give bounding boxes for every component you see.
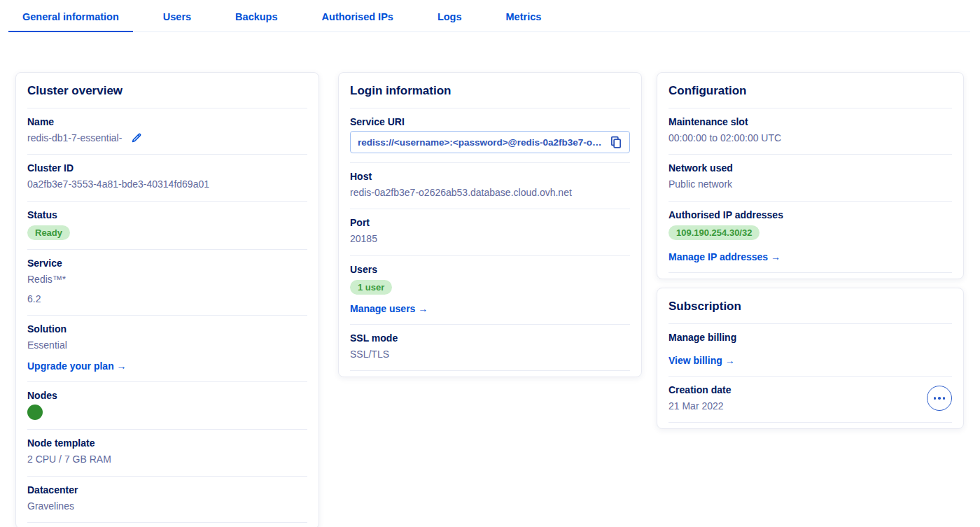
field-nodes: Nodes (27, 382, 307, 430)
field-authorised-ips: Authorised IP addresses 109.190.254.30/3… (668, 202, 952, 273)
name-label: Name (27, 116, 307, 127)
maintenance-slot-value: 00:00:00 to 02:00:00 UTC (668, 131, 952, 145)
right-column: Configuration Maintenance slot 00:00:00 … (657, 72, 964, 429)
cluster-overview-title: Cluster overview (27, 73, 307, 108)
field-port: Port 20185 (350, 209, 630, 255)
service-uri-copy-field[interactable]: rediss://<username>:<password>@redis-0a2… (350, 131, 630, 153)
copy-icon[interactable] (610, 136, 622, 148)
field-name: Name redis-db1-7-essential- (27, 108, 307, 155)
field-service-uri: Service URI rediss://<username>:<passwor… (350, 108, 630, 163)
manage-users-link[interactable]: Manage users → (350, 303, 428, 314)
field-ssl-mode: SSL mode SSL/TLS (350, 325, 630, 371)
solution-value: Essential (27, 338, 307, 352)
card-login-information: Login information Service URI rediss://<… (338, 72, 642, 377)
field-users: Users 1 user Manage users → (350, 256, 630, 325)
service-uri-label: Service URI (350, 116, 630, 127)
subscription-title: Subscription (668, 288, 952, 324)
tab-general-information[interactable]: General information (8, 4, 133, 32)
field-host: Host redis-0a2fb3e7-o2626ab53.database.c… (350, 163, 630, 209)
tab-authorised-ips[interactable]: Authorised IPs (308, 4, 407, 32)
tab-backups[interactable]: Backups (221, 4, 291, 32)
authorised-ips-label: Authorised IP addresses (668, 209, 952, 220)
host-value: redis-0a2fb3e7-o2626ab53.database.cloud.… (350, 185, 630, 199)
login-information-title: Login information (350, 73, 630, 108)
service-label: Service (27, 258, 307, 269)
field-service: Service Redis™* 6.2 (27, 250, 307, 316)
manage-billing-label: Manage billing (668, 332, 952, 343)
status-badge: Ready (27, 225, 70, 240)
field-creation-date: Creation date 21 Mar 2022 (668, 377, 952, 423)
host-label: Host (350, 171, 630, 182)
more-options-button[interactable] (927, 386, 952, 411)
configuration-title: Configuration (668, 73, 952, 108)
node-template-label: Node template (27, 437, 307, 449)
port-value: 20185 (350, 232, 630, 246)
field-network-used: Network used Public network (668, 155, 952, 201)
upgrade-plan-link[interactable]: Upgrade your plan → (27, 360, 127, 372)
tab-users[interactable]: Users (149, 4, 205, 32)
users-count-badge: 1 user (350, 280, 392, 295)
field-status: Status Ready (27, 202, 307, 250)
creation-date-value: 21 Mar 2022 (668, 399, 731, 413)
field-node-template: Node template 2 CPU / 7 GB RAM (27, 430, 307, 476)
tab-bar: General information Users Backups Author… (8, 0, 970, 32)
node-status-dot-icon (27, 405, 43, 420)
card-subscription: Subscription Manage billing View billing… (657, 288, 964, 429)
ssl-mode-value: SSL/TLS (350, 347, 630, 361)
view-billing-link[interactable]: View billing → (668, 355, 735, 366)
network-used-label: Network used (668, 162, 952, 174)
name-value: redis-db1-7-essential- (27, 131, 122, 145)
service-uri-value: rediss://<username>:<password>@redis-0a2… (358, 137, 603, 148)
field-solution: Solution Essential Upgrade your plan → (27, 316, 307, 382)
field-cluster-id: Cluster ID 0a2fb3e7-3553-4a81-bde3-40314… (27, 155, 307, 201)
service-value: Redis™* (27, 272, 307, 286)
node-template-value: 2 CPU / 7 GB RAM (27, 452, 307, 466)
maintenance-slot-label: Maintenance slot (668, 116, 952, 127)
field-manage-billing: Manage billing View billing → (668, 324, 952, 377)
ellipsis-icon (934, 397, 946, 400)
datacenter-label: Datacenter (27, 484, 307, 496)
manage-ip-addresses-link[interactable]: Manage IP addresses → (668, 251, 780, 262)
edit-name-pencil-icon[interactable] (130, 132, 143, 144)
datacenter-value: Gravelines (27, 499, 307, 513)
field-maintenance-slot: Maintenance slot 00:00:00 to 02:00:00 UT… (668, 108, 952, 155)
port-label: Port (350, 217, 630, 228)
tab-metrics[interactable]: Metrics (492, 4, 556, 32)
users-label: Users (350, 264, 630, 275)
card-configuration: Configuration Maintenance slot 00:00:00 … (657, 72, 964, 279)
creation-date-label: Creation date (668, 384, 731, 395)
service-version: 6.2 (27, 292, 307, 306)
database-general-information-page: General information Users Backups Author… (0, 0, 980, 527)
tab-logs[interactable]: Logs (424, 4, 476, 32)
authorised-ip-badge: 109.190.254.30/32 (668, 225, 760, 240)
field-datacenter: Datacenter Gravelines (27, 477, 307, 523)
network-used-value: Public network (668, 177, 952, 191)
status-label: Status (27, 209, 307, 220)
card-cluster-overview: Cluster overview Name redis-db1-7-essent… (15, 72, 319, 527)
nodes-label: Nodes (27, 390, 307, 401)
cluster-id-value: 0a2fb3e7-3553-4a81-bde3-40314fd69a01 (27, 177, 307, 191)
cluster-id-label: Cluster ID (27, 162, 307, 174)
ssl-mode-label: SSL mode (350, 332, 630, 344)
solution-label: Solution (27, 323, 307, 335)
